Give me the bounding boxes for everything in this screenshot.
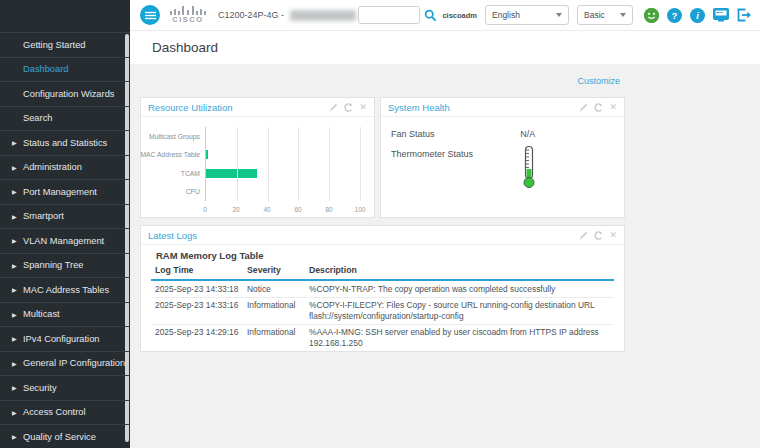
sidebar-item-multicast[interactable]: ▶Multicast xyxy=(0,302,130,327)
severity-cell: Notice xyxy=(243,351,305,352)
sidebar-item-getting-started[interactable]: Getting Started xyxy=(0,32,130,57)
severity-cell: Informational xyxy=(243,324,305,351)
sidebar-item-label: Security xyxy=(23,383,57,393)
sidebar-item-general-ip-configuration[interactable]: ▶General IP Configuration xyxy=(0,351,130,376)
expand-arrow-icon: ▶ xyxy=(12,360,17,367)
expand-arrow-icon: ▶ xyxy=(12,384,17,391)
column-header-log-time[interactable]: Log Time xyxy=(151,263,243,280)
sidebar-item-vlan-management[interactable]: ▶VLAN Management xyxy=(0,228,130,253)
close-icon[interactable]: ✕ xyxy=(359,103,367,112)
sidebar-item-label: Multicast xyxy=(23,309,60,319)
sidebar-item-label: Port Management xyxy=(23,187,97,197)
sidebar-item-label: Quality of Service xyxy=(23,432,96,442)
expand-arrow-icon: ▶ xyxy=(12,335,17,342)
expand-arrow-icon: ▶ xyxy=(12,213,17,220)
sidebar-item-label: General IP Configuration xyxy=(23,358,125,368)
expand-arrow-icon: ▶ xyxy=(12,139,17,146)
sidebar-item-status-and-statistics[interactable]: ▶Status and Statistics xyxy=(0,130,130,155)
ram-memory-log-table: Log Time Severity Description 2025-Sep-2… xyxy=(151,263,614,352)
chevron-down-icon xyxy=(620,13,626,17)
log-time-cell: 2025-Sep-23 14:20:03 xyxy=(151,351,243,352)
log-time-cell: 2025-Sep-23 14:29:16 xyxy=(151,324,243,351)
x-tick-label: 60 xyxy=(294,206,301,213)
description-cell: %COPY-N-TRAP: The copy operation was com… xyxy=(305,280,614,297)
x-tick-label: 80 xyxy=(325,206,332,213)
sidebar-toggle-button[interactable] xyxy=(140,5,160,25)
close-icon[interactable]: ✕ xyxy=(609,231,617,240)
help-icon[interactable]: ? xyxy=(667,8,682,23)
sidebar-item-quality-of-service[interactable]: ▶Quality of Service xyxy=(0,424,130,448)
chart-x-axis: 020406080100 xyxy=(205,203,360,215)
sidebar-item-configuration-wizards[interactable]: Configuration Wizards xyxy=(0,81,130,106)
refresh-icon[interactable] xyxy=(594,103,603,112)
search-icon[interactable] xyxy=(424,9,437,22)
latest-logs-body: RAM Memory Log Table Log Time Severity D… xyxy=(141,250,624,352)
log-time-cell: 2025-Sep-23 14:33:18 xyxy=(151,280,243,297)
expand-arrow-icon: ▶ xyxy=(12,188,17,195)
sidebar-item-spanning-tree[interactable]: ▶Spanning Tree xyxy=(0,253,130,278)
edit-icon[interactable] xyxy=(579,231,588,240)
description-cell: %AAA-I-MNG: SSH server enabled by user c… xyxy=(305,324,614,351)
panel-title: Resource Utilization xyxy=(148,102,232,113)
sidebar-item-ipv4-configuration[interactable]: ▶IPv4 Configuration xyxy=(0,326,130,351)
sidebar-item-mac-address-tables[interactable]: ▶MAC Address Tables xyxy=(0,277,130,302)
console-icon[interactable] xyxy=(713,8,729,22)
refresh-icon[interactable] xyxy=(594,231,603,240)
resource-utilization-panel: Resource Utilization ✕ Multicast GroupsM… xyxy=(140,97,375,218)
chart-row-tcam xyxy=(206,164,360,183)
page-title: Dashboard xyxy=(130,40,218,55)
sidebar-item-search[interactable]: Search xyxy=(0,106,130,131)
x-tick-label: 0 xyxy=(203,206,207,213)
logout-icon[interactable] xyxy=(737,8,752,22)
sidebar-item-administration[interactable]: ▶Administration xyxy=(0,155,130,180)
column-header-severity[interactable]: Severity xyxy=(243,263,305,280)
severity-cell: Notice xyxy=(243,280,305,297)
top-header: CISCO C1200-24P-4G - ciscoadm English Ba… xyxy=(130,0,760,31)
gridline xyxy=(268,127,269,201)
chart-label-multicast-groups: Multicast Groups xyxy=(147,127,204,146)
system-status-icon[interactable] xyxy=(644,8,659,23)
severity-cell: Informational xyxy=(243,297,305,324)
language-select[interactable]: English xyxy=(485,5,569,25)
gridline xyxy=(360,127,361,201)
cisco-logo-text: CISCO xyxy=(172,16,203,24)
sidebar-item-label: Getting Started xyxy=(23,40,86,50)
sidebar-item-label: Smartport xyxy=(23,211,64,221)
search-input[interactable] xyxy=(358,6,420,24)
close-icon[interactable]: ✕ xyxy=(609,103,617,112)
sidebar-item-port-management[interactable]: ▶Port Management xyxy=(0,179,130,204)
expand-arrow-icon: ▶ xyxy=(12,237,17,244)
edit-icon[interactable] xyxy=(329,103,338,112)
app-window: Getting StartedDashboardConfiguration Wi… xyxy=(0,0,760,448)
expand-arrow-icon: ▶ xyxy=(12,409,17,416)
header-icon-cluster: ? i xyxy=(644,8,752,23)
page-title-bar: Dashboard xyxy=(130,31,760,64)
chart-label-tcam: TCAM xyxy=(147,164,204,183)
edit-icon[interactable] xyxy=(579,103,588,112)
chart-row-mac-address-table xyxy=(206,146,360,165)
sidebar-item-dashboard[interactable]: Dashboard xyxy=(0,57,130,82)
username-label: ciscoadm xyxy=(442,11,477,20)
customize-link[interactable]: Customize xyxy=(577,76,620,86)
sidebar-item-label: Spanning Tree xyxy=(23,260,83,270)
chart-label-mac-address-table: MAC Address Table xyxy=(147,146,204,165)
sidebar-item-access-control[interactable]: ▶Access Control xyxy=(0,400,130,425)
chart-row-cpu xyxy=(206,183,360,202)
refresh-icon[interactable] xyxy=(344,103,353,112)
column-header-description[interactable]: Description xyxy=(305,263,614,280)
thermometer-status-label: Thermometer Status xyxy=(391,149,520,159)
description-cell: %TIMEMANAGE-N-CLOCKSRCUPDATE: Operationa… xyxy=(305,351,614,352)
gridline xyxy=(298,127,299,201)
panel-title: Latest Logs xyxy=(148,230,197,241)
expand-arrow-icon: ▶ xyxy=(12,286,17,293)
sidebar-item-label: VLAN Management xyxy=(23,236,104,246)
info-icon[interactable]: i xyxy=(690,8,705,23)
sidebar-item-smartport[interactable]: ▶Smartport xyxy=(0,204,130,229)
cisco-logo: CISCO xyxy=(170,6,206,24)
device-name: C1200-24P-4G - xyxy=(218,10,356,21)
display-mode-select[interactable]: Basic xyxy=(577,5,633,25)
expand-arrow-icon: ▶ xyxy=(12,262,17,269)
chart-row-multicast-groups xyxy=(206,127,360,146)
thermometer-icon xyxy=(520,145,538,193)
sidebar-item-security[interactable]: ▶Security xyxy=(0,375,130,400)
